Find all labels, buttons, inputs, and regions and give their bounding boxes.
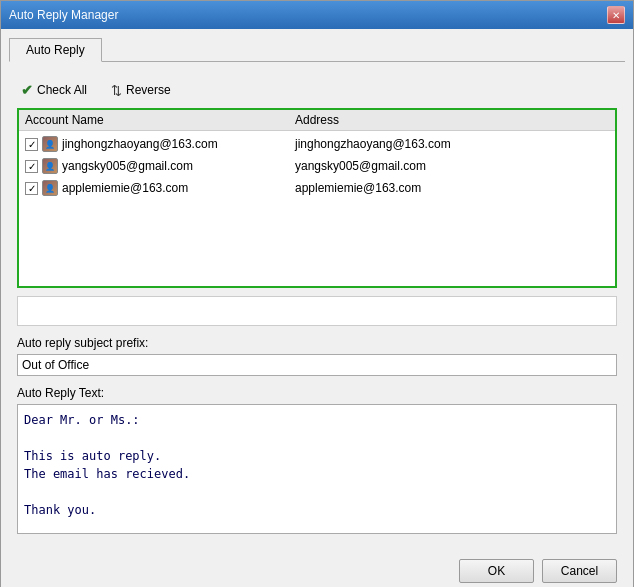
row-address-0: jinghongzhaoyang@163.com [295,137,609,151]
content-panel: ✔ Check All ⇅ Reverse Account Name Addre… [9,72,625,555]
row-account-1: 👤 yangsky005@gmail.com [25,158,295,174]
close-button[interactable]: ✕ [607,6,625,24]
toolbar: ✔ Check All ⇅ Reverse [17,80,617,100]
button-bar: OK Cancel [9,555,625,587]
title-bar: Auto Reply Manager ✕ [1,1,633,29]
table-row[interactable]: 👤 yangsky005@gmail.com yangsky005@gmail.… [19,155,615,177]
avatar-1: 👤 [42,158,58,174]
reverse-icon: ⇅ [111,83,122,98]
col-address-header: Address [295,113,609,127]
account-name-0: jinghongzhaoyang@163.com [62,137,218,151]
title-bar-controls: ✕ [607,6,625,24]
cancel-button[interactable]: Cancel [542,559,617,583]
checkbox-0[interactable] [25,138,38,151]
account-name-2: applemiemie@163.com [62,181,188,195]
reply-text-label: Auto Reply Text: [17,386,617,400]
row-address-1: yangsky005@gmail.com [295,159,609,173]
account-name-1: yangsky005@gmail.com [62,159,193,173]
table-header: Account Name Address [19,110,615,131]
reply-text-area[interactable]: Dear Mr. or Ms.: This is auto reply. The… [17,404,617,534]
tab-auto-reply-label: Auto Reply [26,43,85,57]
accounts-table: Account Name Address 👤 jinghongzhaoyang@… [17,108,617,288]
window-title: Auto Reply Manager [9,8,118,22]
empty-area [17,296,617,326]
tab-auto-reply[interactable]: Auto Reply [9,38,102,62]
check-all-label: Check All [37,83,87,97]
reverse-label: Reverse [126,83,171,97]
avatar-0: 👤 [42,136,58,152]
reverse-button[interactable]: ⇅ Reverse [107,81,175,100]
col-account-header: Account Name [25,113,295,127]
checkbox-1[interactable] [25,160,38,173]
subject-prefix-label: Auto reply subject prefix: [17,336,617,350]
checkmark-icon: ✔ [21,82,33,98]
table-body: 👤 jinghongzhaoyang@163.com jinghongzhaoy… [19,131,615,201]
checkbox-2[interactable] [25,182,38,195]
table-row[interactable]: 👤 applemiemie@163.com applemiemie@163.co… [19,177,615,199]
tab-bar: Auto Reply [9,37,625,62]
ok-button[interactable]: OK [459,559,534,583]
row-account-0: 👤 jinghongzhaoyang@163.com [25,136,295,152]
window: Auto Reply Manager ✕ Auto Reply ✔ Check … [0,0,634,587]
window-body: Auto Reply ✔ Check All ⇅ Reverse Account… [1,29,633,587]
row-account-2: 👤 applemiemie@163.com [25,180,295,196]
subject-prefix-input[interactable] [17,354,617,376]
check-all-button[interactable]: ✔ Check All [17,80,91,100]
table-row[interactable]: 👤 jinghongzhaoyang@163.com jinghongzhaoy… [19,133,615,155]
avatar-2: 👤 [42,180,58,196]
row-address-2: applemiemie@163.com [295,181,609,195]
